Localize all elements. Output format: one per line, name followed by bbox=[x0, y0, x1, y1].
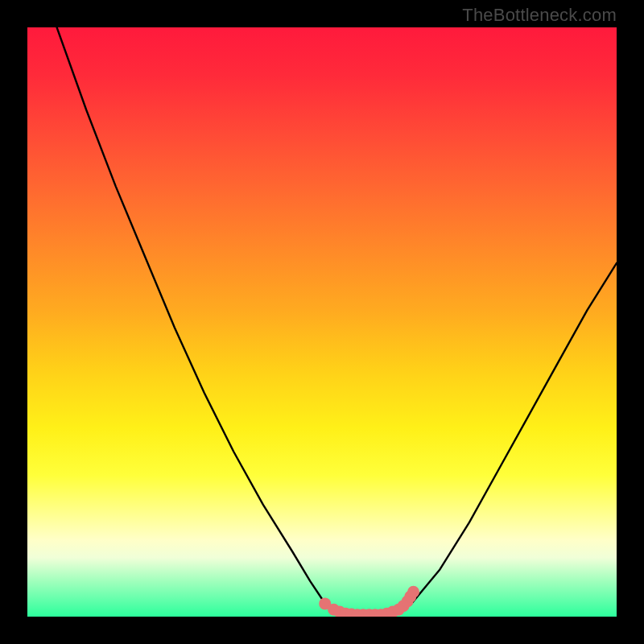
chart-frame: TheBottleneck.com bbox=[0, 0, 644, 644]
curve-layer bbox=[27, 27, 617, 617]
marker-dot bbox=[407, 586, 419, 598]
optimal-range-markers bbox=[319, 586, 419, 617]
credit-watermark: TheBottleneck.com bbox=[462, 5, 617, 26]
bottleneck-curve bbox=[57, 27, 617, 615]
plot-area bbox=[27, 27, 617, 617]
